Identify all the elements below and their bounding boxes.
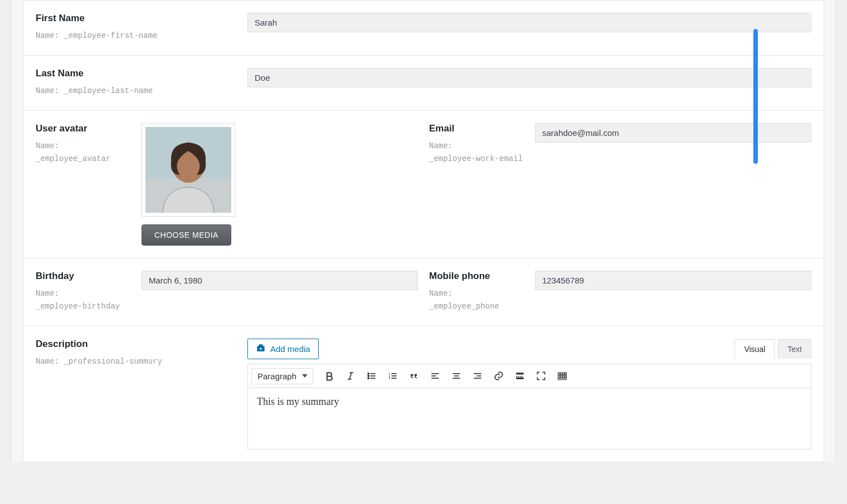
last-name-meta: Name: _employee-last-name [36,85,236,98]
svg-rect-5 [259,345,262,346]
editor-content[interactable]: This is my summary [247,388,811,449]
svg-rect-37 [558,375,560,377]
svg-rect-39 [563,375,564,377]
birthday-label: Birthday [36,271,130,282]
svg-point-13 [368,378,369,379]
link-button[interactable] [489,366,508,385]
scrollbar-thumb[interactable] [753,29,758,164]
bullet-list-button[interactable] [362,366,381,385]
svg-line-8 [349,373,351,379]
svg-rect-40 [565,375,567,377]
svg-rect-41 [558,378,567,380]
svg-rect-32 [516,378,523,379]
align-right-button[interactable] [468,366,487,385]
phone-input[interactable] [535,271,811,290]
fullscreen-button[interactable] [532,366,551,385]
avatar-label: User avatar [36,123,130,134]
first-name-meta: Name: _employee-first-name [36,30,236,43]
first-name-input[interactable] [247,13,811,32]
last-name-label: Last Name [36,68,236,79]
choose-media-button[interactable]: CHOOSE MEDIA [142,224,231,246]
svg-point-4 [260,348,262,350]
svg-rect-30 [516,373,523,374]
italic-button[interactable] [341,366,360,385]
numbered-list-button[interactable]: 123 [383,366,402,385]
svg-point-11 [368,375,369,376]
description-label: Description [36,339,236,350]
align-left-button[interactable] [426,366,445,385]
first-name-label: First Name [36,13,236,24]
svg-point-9 [368,373,369,374]
svg-rect-38 [561,375,562,377]
phone-label: Mobile phone [429,271,524,282]
insert-more-button[interactable] [510,366,529,385]
avatar-image [145,127,231,213]
align-center-button[interactable] [447,366,466,385]
birthday-meta: Name: _employee-birthday [36,287,130,314]
format-select[interactable]: Paragraph [251,368,313,384]
svg-rect-34 [561,373,562,374]
editor-tab-text[interactable]: Text [778,339,811,359]
birthday-input[interactable] [142,271,418,290]
avatar-meta: Name: _employee_avatar [36,140,130,167]
employee-meta-box: First Name Name: _employee-first-name La… [23,0,824,462]
svg-text:3: 3 [389,376,391,380]
description-row: Description Name: _professional-summury [23,326,824,462]
svg-rect-35 [563,373,564,374]
toolbar-toggle-button[interactable] [553,366,572,385]
svg-rect-33 [558,373,560,374]
email-label: Email [429,123,524,134]
wysiwyg-editor: Add media Visual Text Paragraph [247,339,811,449]
blockquote-button[interactable] [405,366,424,385]
camera-icon [256,343,266,355]
email-meta: Name: _employee-work-email [429,140,524,167]
avatar-email-row: User avatar Name: _employee_avatar [23,111,824,258]
email-input[interactable] [535,123,811,143]
last-name-input[interactable] [247,68,811,87]
first-name-row: First Name Name: _employee-first-name [23,1,824,56]
bold-button[interactable] [320,366,339,385]
birthday-phone-row: Birthday Name: _employee-birthday Mobile… [23,258,824,327]
svg-rect-36 [565,373,567,374]
editor-toolbar: Paragraph 123 [247,364,811,388]
editor-tab-visual[interactable]: Visual [734,339,775,359]
last-name-row: Last Name Name: _employee-last-name [23,56,824,111]
description-meta: Name: _professional-summury [36,355,236,369]
phone-meta: Name: _employee_phone [429,287,524,314]
add-media-button[interactable]: Add media [247,339,319,359]
avatar-preview[interactable] [142,123,235,217]
